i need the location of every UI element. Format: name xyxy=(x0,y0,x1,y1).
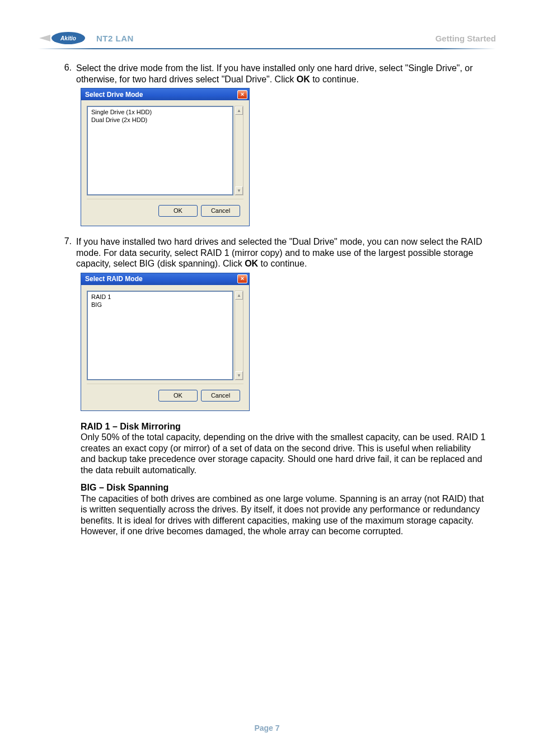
page-footer: Page 7 xyxy=(0,724,534,732)
page-header: Akitio NT2 LAN Getting Started xyxy=(38,30,496,46)
step-number: 6. xyxy=(60,63,76,85)
step-6: 6. Select the drive mode from the list. … xyxy=(60,63,494,85)
brand-logo-icon: Akitio xyxy=(38,30,87,46)
ok-button[interactable]: OK xyxy=(158,390,198,402)
header-divider xyxy=(38,48,496,49)
product-name: NT2 LAN xyxy=(96,34,134,43)
cancel-button[interactable]: Cancel xyxy=(201,390,240,402)
raid1-heading: RAID 1 – Disk Mirroring xyxy=(81,421,488,432)
step-number: 7. xyxy=(60,236,76,269)
section-title: Getting Started xyxy=(435,34,496,43)
select-drive-mode-dialog: Select Drive Mode × Single Drive (1x HDD… xyxy=(81,88,250,226)
dialog-title: Select Drive Mode xyxy=(85,91,143,99)
scroll-up-icon[interactable]: ▲ xyxy=(235,106,243,115)
step-7-ok-word: OK xyxy=(245,259,258,268)
select-raid-mode-dialog: Select RAID Mode × RAID 1 BIG ▲ ▼ OK Ca xyxy=(81,273,250,411)
svg-text:Akitio: Akitio xyxy=(60,35,76,41)
scrollbar[interactable]: ▲ ▼ xyxy=(235,291,243,380)
step-6-ok-word: OK xyxy=(297,74,310,84)
big-body: The capacities of both drives are combin… xyxy=(81,493,488,537)
step-6-text-part1: Select the drive mode from the list. If … xyxy=(76,63,473,84)
step-6-text-part2: to continue. xyxy=(310,74,359,84)
drive-mode-listbox[interactable]: Single Drive (1x HDD) Dual Drive (2x HDD… xyxy=(87,106,233,195)
raid-mode-listbox[interactable]: RAID 1 BIG xyxy=(87,291,233,380)
list-item[interactable]: Single Drive (1x HDD) xyxy=(91,108,229,116)
big-section: BIG – Disk Spanning The capacities of bo… xyxy=(81,482,488,537)
scroll-up-icon[interactable]: ▲ xyxy=(235,291,243,300)
list-item[interactable]: Dual Drive (2x HDD) xyxy=(91,116,229,124)
dialog-titlebar: Select Drive Mode × xyxy=(81,88,249,100)
raid1-body: Only 50% of the total capacity, dependin… xyxy=(81,432,488,475)
step-7: 7. If you have installed two hard drives… xyxy=(60,236,494,269)
step-6-text: Select the drive mode from the list. If … xyxy=(76,63,494,85)
cancel-button[interactable]: Cancel xyxy=(201,205,240,217)
step-7-text: If you have installed two hard drives an… xyxy=(76,236,494,269)
big-heading: BIG – Disk Spanning xyxy=(81,482,488,493)
close-icon[interactable]: × xyxy=(237,274,247,283)
list-item[interactable]: BIG xyxy=(91,301,229,309)
scrollbar[interactable]: ▲ ▼ xyxy=(235,106,243,195)
raid1-section: RAID 1 – Disk Mirroring Only 50% of the … xyxy=(81,421,488,476)
scroll-down-icon[interactable]: ▼ xyxy=(235,186,243,195)
close-icon[interactable]: × xyxy=(237,90,247,99)
list-item[interactable]: RAID 1 xyxy=(91,293,229,301)
dialog-titlebar: Select RAID Mode × xyxy=(81,273,249,285)
ok-button[interactable]: OK xyxy=(158,205,198,217)
dialog-title: Select RAID Mode xyxy=(85,275,143,283)
step-7-text-part2: to continue. xyxy=(258,259,307,268)
scroll-down-icon[interactable]: ▼ xyxy=(235,371,243,380)
